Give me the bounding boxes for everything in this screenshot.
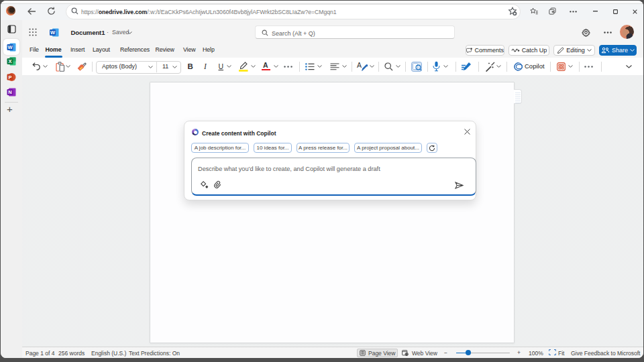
svg-text:X: X [8, 58, 11, 64]
svg-text:N: N [8, 89, 11, 95]
svg-text:P: P [8, 74, 11, 80]
svg-text:W: W [7, 44, 13, 50]
svg-text:W: W [50, 29, 56, 36]
